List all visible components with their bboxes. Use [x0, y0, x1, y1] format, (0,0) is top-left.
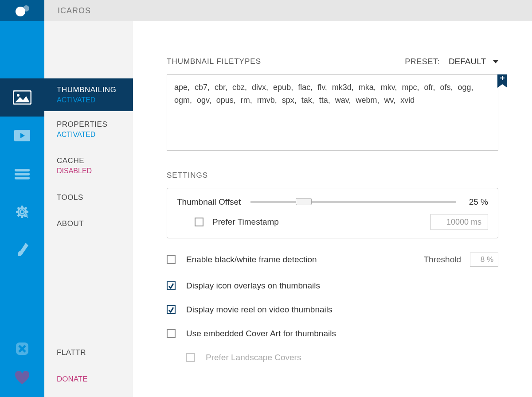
prefer-timestamp-checkbox[interactable]: [195, 218, 203, 226]
nav-item-status: ACTIVATED: [57, 95, 121, 105]
row-landscape-covers: Prefer Landscape Covers: [167, 353, 498, 362]
svg-marker-4: [15, 96, 30, 102]
svg-rect-8: [15, 173, 30, 175]
preset-value: DEFAULT: [449, 57, 486, 66]
threshold-wrap: Threshold 8 %: [424, 253, 499, 267]
row-movie-reel: Display movie reel on video thumbnails: [167, 305, 498, 315]
row-cover-art: Use embedded Cover Art for thumbnails: [167, 329, 498, 339]
prefer-timestamp-label: Prefer Timestamp: [212, 217, 279, 227]
rail-item-thumbnailing[interactable]: [0, 78, 44, 117]
offset-value: 25 %: [466, 197, 488, 207]
row-icon-overlays: Display icon overlays on thumbnails: [167, 281, 498, 291]
nav-item-title: THUMBNAILING: [57, 85, 121, 95]
filetypes-header: THUMBNAIL FILETYPES PRESET: DEFAULT: [167, 57, 498, 66]
timestamp-input[interactable]: 10000 ms: [430, 214, 488, 230]
offset-row: Thumbnail Offset 25 %: [177, 197, 488, 207]
slider-thumb[interactable]: [296, 198, 312, 205]
preset-dropdown[interactable]: DEFAULT: [449, 57, 498, 66]
timestamp-value: 10000 ms: [446, 218, 481, 227]
rail-item-about[interactable]: [0, 231, 44, 269]
title-bar: ICAROS: [0, 0, 532, 21]
nav-item-title: DONATE: [57, 374, 121, 385]
threshold-label: Threshold: [424, 255, 462, 265]
svg-rect-9: [15, 177, 30, 179]
bw-detection-checkbox[interactable]: [167, 255, 176, 264]
filetypes-textbox[interactable]: ape, cb7, cbr, cbz, divx, epub, flac, fl…: [167, 74, 498, 151]
bookmark-icon[interactable]: [497, 74, 507, 88]
nav-item-properties[interactable]: PROPERTIES ACTIVATED: [44, 111, 133, 148]
app-title: ICAROS: [58, 6, 91, 16]
threshold-value: 8 %: [481, 255, 493, 264]
bw-detection-label: Enable black/white frame detection: [186, 255, 317, 265]
nav-item-title: FLATTR: [57, 347, 121, 358]
nav-item-cache[interactable]: CACHE DISABLED: [44, 148, 133, 184]
offset-box: Thumbnail Offset 25 % Prefer Timestamp 1…: [167, 188, 498, 238]
timestamp-row: Prefer Timestamp 10000 ms: [177, 214, 488, 230]
settings-label: SETTINGS: [167, 171, 498, 180]
nav-item-title: TOOLS: [57, 192, 121, 203]
nav-item-flattr[interactable]: FLATTR: [44, 339, 133, 366]
offset-slider[interactable]: [250, 199, 456, 205]
nav-item-title: ABOUT: [57, 218, 121, 229]
icon-overlays-checkbox[interactable]: [167, 281, 176, 290]
svg-point-3: [17, 94, 20, 97]
chevron-down-icon: [493, 60, 498, 63]
stack-icon: [13, 167, 31, 180]
flattr-icon: [15, 341, 30, 356]
nav-panel: THUMBNAILING ACTIVATED PROPERTIES ACTIVA…: [44, 21, 133, 397]
logo-box: [0, 0, 44, 21]
logo-icon: [12, 4, 32, 17]
rail-item-cache[interactable]: [0, 155, 44, 193]
rail-item-tools[interactable]: [0, 193, 44, 231]
nav-item-status: ACTIVATED: [57, 130, 121, 140]
brush-icon: [13, 241, 31, 259]
landscape-covers-label: Prefer Landscape Covers: [206, 353, 301, 362]
filetypes-text: ape, cb7, cbr, cbz, divx, epub, flac, fl…: [174, 83, 473, 105]
preset-label: PRESET:: [405, 57, 440, 66]
cover-art-checkbox[interactable]: [167, 329, 176, 338]
nav-item-title: CACHE: [57, 156, 121, 166]
rail-item-flattr[interactable]: [0, 334, 44, 363]
check-icon: [168, 307, 174, 313]
icon-overlays-label: Display icon overlays on thumbnails: [186, 281, 320, 291]
gear-icon: [14, 203, 31, 220]
svg-rect-7: [15, 169, 30, 171]
heart-icon: [14, 371, 30, 385]
content-area: THUMBNAIL FILETYPES PRESET: DEFAULT ape,…: [133, 21, 532, 397]
threshold-input[interactable]: 8 %: [470, 253, 498, 267]
play-icon: [13, 128, 31, 143]
picture-icon: [13, 90, 31, 105]
nav-item-donate[interactable]: DONATE: [44, 366, 133, 393]
check-icon: [168, 283, 174, 289]
filetypes-label: THUMBNAIL FILETYPES: [167, 57, 261, 66]
nav-item-thumbnailing[interactable]: THUMBNAILING ACTIVATED: [44, 78, 133, 111]
cover-art-label: Use embedded Cover Art for thumbnails: [186, 329, 336, 339]
nav-item-tools[interactable]: TOOLS: [44, 184, 133, 211]
nav-item-title: PROPERTIES: [57, 119, 121, 130]
landscape-covers-checkbox[interactable]: [186, 353, 195, 362]
row-bw-detection: Enable black/white frame detection Thres…: [167, 253, 498, 267]
svg-point-1: [16, 7, 25, 16]
movie-reel-label: Display movie reel on video thumbnails: [186, 305, 332, 315]
rail-item-donate[interactable]: [0, 363, 44, 393]
slider-track: [250, 201, 456, 203]
nav-item-status: DISABLED: [57, 166, 121, 176]
rail-item-properties[interactable]: [0, 117, 44, 155]
movie-reel-checkbox[interactable]: [167, 305, 176, 314]
preset-wrap: PRESET: DEFAULT: [405, 57, 498, 66]
nav-item-about[interactable]: ABOUT: [44, 210, 133, 237]
icon-rail: [0, 21, 44, 397]
offset-label: Thumbnail Offset: [177, 197, 241, 207]
